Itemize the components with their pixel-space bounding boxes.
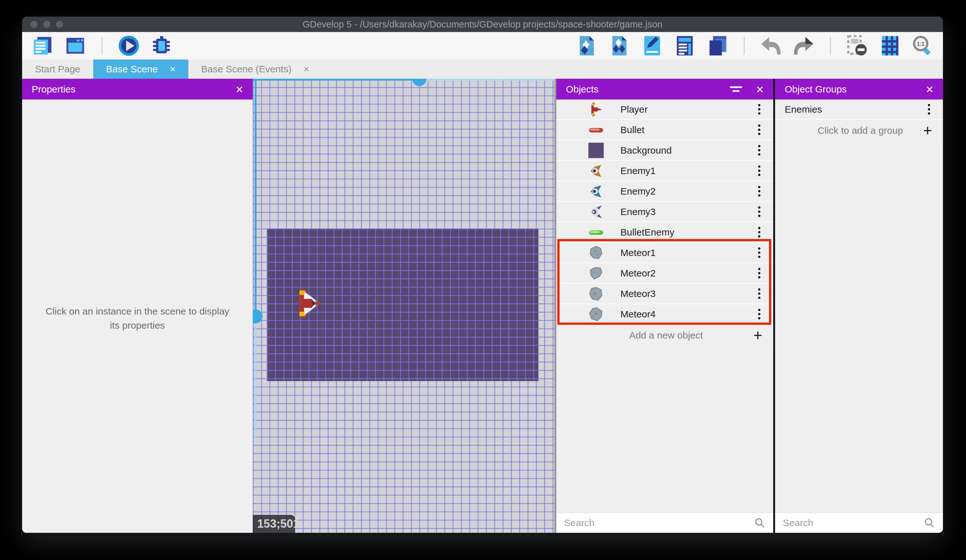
object-menu-icon[interactable] (758, 129, 761, 131)
scene-frame-top-edge[interactable] (253, 79, 554, 81)
object-menu-icon[interactable] (758, 190, 761, 192)
object-menu-icon[interactable] (758, 108, 761, 110)
close-icon[interactable]: × (926, 83, 933, 96)
editor-tabbar: Start Page Base Scene × Base Scene (Even… (22, 59, 943, 79)
search-icon (754, 517, 766, 529)
layers-icon[interactable] (706, 34, 729, 57)
object-row-meteor2[interactable]: Meteor2 (556, 264, 773, 284)
window-title: GDevelop 5 - /Users/dkarakay/Documents/G… (22, 16, 943, 32)
object-row-meteor4[interactable]: Meteor4 (556, 304, 773, 325)
meteor-icon (587, 285, 605, 302)
redo-icon[interactable] (792, 34, 815, 57)
object-row-enemy2[interactable]: Enemy2 (556, 182, 773, 202)
maximize-window-button[interactable] (56, 21, 63, 28)
cursor-coordinates-badge: 153;501 (253, 515, 295, 533)
groups-search-input[interactable]: Search (775, 513, 943, 533)
group-menu-icon[interactable] (928, 108, 930, 110)
properties-panel-header: Properties × (22, 79, 253, 100)
properties-panel-icon[interactable] (641, 34, 664, 57)
close-icon[interactable]: × (236, 83, 243, 96)
object-name: Meteor2 (620, 268, 758, 279)
objects-panel-icon[interactable] (575, 34, 598, 57)
object-menu-icon[interactable] (758, 211, 761, 213)
object-name: Meteor4 (620, 309, 758, 320)
object-menu-icon[interactable] (758, 293, 761, 295)
tab-base-scene[interactable]: Base Scene × (93, 59, 188, 79)
tab-start-page[interactable]: Start Page (22, 59, 93, 79)
tab-close-icon[interactable]: × (170, 64, 176, 75)
object-menu-icon[interactable] (758, 149, 761, 151)
scene-frame-left-edge[interactable] (255, 79, 256, 316)
orange-ship-icon (587, 162, 605, 179)
groups-panel-empty-area (775, 141, 943, 513)
filter-icon[interactable] (730, 87, 742, 92)
add-object-button[interactable]: Add a new object + (556, 325, 773, 346)
debug-icon[interactable] (150, 34, 173, 57)
objects-search-input[interactable]: Search (556, 513, 773, 533)
meteor-icon (587, 306, 605, 323)
player-ship-instance[interactable] (296, 287, 322, 320)
player-ship-icon (587, 101, 605, 118)
undo-icon[interactable] (759, 34, 782, 57)
play-icon[interactable] (117, 34, 140, 57)
main-toolbar: 1:1 (22, 32, 943, 59)
object-name: Enemy2 (620, 186, 758, 197)
tab-base-scene-events[interactable]: Base Scene (Events) × (188, 59, 322, 79)
object-menu-icon[interactable] (758, 252, 761, 254)
tab-label: Start Page (35, 64, 80, 75)
project-manager-icon[interactable] (31, 34, 54, 57)
object-row-bullet[interactable]: Bullet (556, 120, 773, 141)
start-page-icon[interactable] (64, 34, 87, 57)
objects-panel: Objects × Player Bullet Backg (556, 79, 773, 533)
object-name: Enemy1 (620, 165, 758, 176)
desktop-background: GDevelop 5 - /Users/dkarakay/Documents/G… (0, 0, 966, 560)
object-menu-icon[interactable] (758, 313, 761, 315)
panel-title: Object Groups (785, 84, 926, 95)
scene-frame-left-edge-faded (255, 316, 256, 438)
titlebar: GDevelop 5 - /Users/dkarakay/Documents/G… (22, 16, 943, 32)
group-row-enemies[interactable]: Enemies (775, 100, 943, 120)
object-row-meteor1[interactable]: Meteor1 (556, 243, 773, 264)
instances-list-icon[interactable] (673, 34, 696, 57)
scene-editor-canvas[interactable]: 153;501 (253, 79, 554, 533)
object-row-enemy1[interactable]: Enemy1 (556, 161, 773, 182)
object-groups-panel-header: Object Groups × (775, 79, 943, 100)
gdevelop-window: GDevelop 5 - /Users/dkarakay/Documents/G… (22, 16, 943, 533)
grid-icon[interactable] (878, 34, 901, 57)
object-row-player[interactable]: Player (556, 100, 773, 120)
object-menu-icon[interactable] (758, 272, 761, 274)
object-name: Meteor1 (620, 247, 758, 258)
add-group-button[interactable]: Click to add a group + (775, 120, 943, 141)
object-menu-icon[interactable] (758, 170, 761, 172)
toolbar-divider (830, 37, 831, 55)
object-groups-icon[interactable] (608, 34, 631, 57)
object-row-bulletenemy[interactable]: BulletEnemy (556, 223, 773, 243)
toggle-mask-icon[interactable] (846, 34, 869, 57)
object-groups-panel: Object Groups × Enemies Click to add a g… (775, 79, 943, 533)
panel-title: Properties (32, 84, 236, 95)
close-window-button[interactable] (30, 21, 38, 28)
scene-frame-handle[interactable] (253, 309, 263, 324)
object-row-enemy3[interactable]: Enemy3 (556, 202, 773, 223)
object-name: BulletEnemy (620, 227, 758, 238)
svg-text:1:1: 1:1 (917, 41, 925, 47)
properties-hint-text: Click on an instance in the scene to dis… (41, 304, 233, 533)
tab-label: Base Scene (106, 64, 158, 75)
plus-icon: + (923, 123, 932, 138)
scene-frame-handle[interactable] (412, 79, 426, 86)
zoom-reset-icon[interactable]: 1:1 (911, 34, 934, 57)
toolbar-divider (744, 37, 745, 55)
close-icon[interactable]: × (756, 83, 764, 96)
object-menu-icon[interactable] (758, 231, 761, 233)
object-row-meteor3[interactable]: Meteor3 (556, 284, 773, 304)
object-name: Meteor3 (620, 288, 758, 299)
gray-ship-icon (587, 203, 605, 220)
tab-label: Base Scene (Events) (201, 64, 291, 75)
tab-close-icon[interactable]: × (304, 64, 309, 75)
object-row-background[interactable]: Background (556, 141, 773, 161)
add-group-label: Click to add a group (775, 125, 923, 136)
minimize-window-button[interactable] (43, 21, 50, 28)
purple-square-icon (587, 142, 605, 159)
objects-panel-header: Objects × (556, 79, 773, 100)
object-name: Enemy3 (620, 206, 758, 217)
